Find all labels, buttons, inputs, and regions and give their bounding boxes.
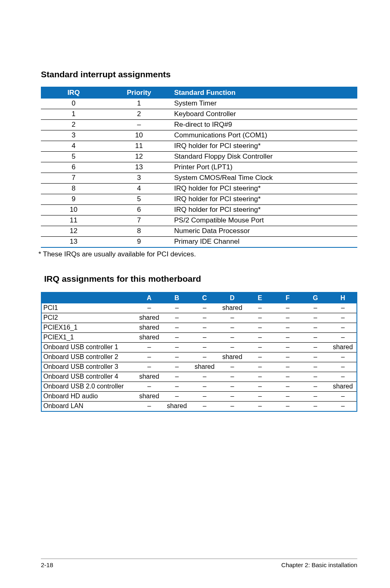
cell: – — [163, 333, 191, 343]
cell: – — [274, 313, 302, 323]
table-row: Onboard USB controller 2–––shared–––– — [41, 352, 357, 362]
cell: Printer Port (LPT1) — [172, 162, 357, 173]
cell: – — [302, 402, 329, 412]
cell: – — [135, 343, 163, 352]
cell: – — [246, 313, 274, 323]
table-row: Onboard USB controller 3––shared––––– — [41, 362, 357, 372]
cell: – — [329, 323, 357, 333]
cell: – — [246, 372, 274, 382]
cell: – — [218, 343, 246, 352]
cell: – — [246, 362, 274, 372]
cell: – — [302, 362, 329, 372]
table-row: Onboard USB controller 4shared––––––– — [41, 372, 357, 382]
table-row: Onboard USB controller 1–––––––shared — [41, 343, 357, 352]
cell: shared — [329, 343, 357, 352]
cell: – — [274, 402, 302, 412]
cell: – — [191, 303, 219, 313]
cell: – — [329, 352, 357, 362]
cell: – — [329, 362, 357, 372]
table-row: 12Keyboard Controller — [41, 109, 357, 120]
cell: 3 — [41, 130, 106, 141]
cell: 10 — [41, 205, 106, 215]
cell: Primary IDE Channel — [172, 237, 357, 248]
cell: – — [191, 402, 219, 412]
cell: – — [218, 323, 246, 333]
cell: – — [246, 352, 274, 362]
col-priority: Priority — [106, 87, 172, 99]
table-row: 106IRQ holder for PCI steering* — [41, 205, 357, 215]
cell: – — [163, 382, 191, 392]
cell: – — [246, 402, 274, 412]
cell: 11 — [106, 141, 172, 152]
table-row: PCI1–––shared–––– — [41, 303, 357, 313]
cell: – — [191, 333, 219, 343]
cell: – — [163, 362, 191, 372]
device-cell: PCI2 — [41, 313, 135, 323]
cell: – — [246, 333, 274, 343]
cell: 11 — [41, 215, 106, 226]
cell: – — [191, 343, 219, 352]
cell: 6 — [41, 162, 106, 173]
cell: – — [163, 343, 191, 352]
cell: – — [329, 303, 357, 313]
cell: System CMOS/Real Time Clock — [172, 173, 357, 184]
cell: – — [191, 392, 219, 402]
cell: Keyboard Controller — [172, 109, 357, 120]
table-row: Onboard LAN–shared–––––– — [41, 402, 357, 412]
cell: – — [191, 313, 219, 323]
col-b: B — [163, 292, 191, 303]
cell: shared — [163, 402, 191, 412]
table-row: PCIEX16_1shared––––––– — [41, 323, 357, 333]
cell: 9 — [41, 194, 106, 205]
cell: Standard Floppy Disk Controller — [172, 152, 357, 162]
device-cell: PCI1 — [41, 303, 135, 313]
table-row: 2–Re-direct to IRQ#9 — [41, 120, 357, 130]
cell: – — [302, 333, 329, 343]
cell: – — [218, 402, 246, 412]
cell: 13 — [41, 237, 106, 248]
cell: – — [246, 392, 274, 402]
cell: – — [135, 402, 163, 412]
table-row: 84IRQ holder for PCI steering* — [41, 184, 357, 194]
device-cell: PCIEX1_1 — [41, 333, 135, 343]
table-row: PCI2shared––––––– — [41, 313, 357, 323]
cell: shared — [135, 323, 163, 333]
cell: – — [246, 323, 274, 333]
cell: 13 — [106, 162, 172, 173]
table-row: 613Printer Port (LPT1) — [41, 162, 357, 173]
footnote: * These IRQs are usually available for P… — [38, 250, 357, 258]
cell: – — [218, 362, 246, 372]
cell: – — [274, 352, 302, 362]
cell: – — [135, 362, 163, 372]
cell: – — [218, 372, 246, 382]
cell: – — [274, 343, 302, 352]
cell: shared — [218, 303, 246, 313]
cell: 10 — [106, 130, 172, 141]
cell: 6 — [106, 205, 172, 215]
cell: 8 — [106, 226, 172, 237]
cell: – — [302, 382, 329, 392]
cell: – — [246, 343, 274, 352]
cell: IRQ holder for PCI steering* — [172, 184, 357, 194]
table-row: 411IRQ holder for PCI steering* — [41, 141, 357, 152]
cell: – — [163, 313, 191, 323]
cell: – — [191, 352, 219, 362]
cell: – — [302, 303, 329, 313]
cell: – — [163, 323, 191, 333]
cell: 7 — [41, 173, 106, 184]
cell: Numeric Data Processor — [172, 226, 357, 237]
irq-table: IRQ Priority Standard Function 01System … — [41, 87, 357, 248]
cell: 12 — [41, 226, 106, 237]
table-row: 512Standard Floppy Disk Controller — [41, 152, 357, 162]
section-title-irq-assignments: IRQ assignments for this motherboard — [44, 274, 357, 284]
col-function: Standard Function — [172, 87, 357, 99]
cell: – — [274, 372, 302, 382]
cell: shared — [135, 372, 163, 382]
col-a: A — [135, 292, 163, 303]
cell: shared — [218, 352, 246, 362]
col-c: C — [191, 292, 219, 303]
cell: – — [106, 120, 172, 130]
cell: – — [191, 382, 219, 392]
cell: – — [163, 372, 191, 382]
cell: shared — [135, 313, 163, 323]
